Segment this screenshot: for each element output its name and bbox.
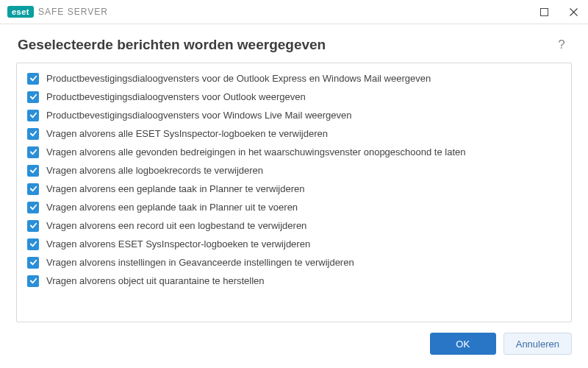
check-icon [29, 185, 37, 193]
list-item-label: Productbevestigingsdialoogvensters voor … [46, 73, 431, 84]
checkbox[interactable] [27, 275, 39, 287]
list-item: Productbevestigingsdialoogvensters voor … [26, 88, 562, 106]
check-icon [29, 111, 37, 119]
list-item-label: Vragen alvorens ESET SysInspector-logboe… [46, 238, 310, 250]
content: Productbevestigingsdialoogvensters voor … [0, 63, 588, 322]
checkbox[interactable] [27, 110, 39, 121]
list-item-label: Vragen alvorens alle logboekrecords te v… [46, 165, 263, 176]
checkbox[interactable] [27, 220, 39, 232]
list-item: Vragen alvorens instellingen in Geavance… [26, 253, 562, 272]
list-item-label: Productbevestigingsdialoogvensters voor … [46, 91, 306, 102]
checkbox[interactable] [27, 202, 39, 213]
list-item: Vragen alvorens een geplande taak in Pla… [26, 198, 562, 216]
maximize-icon [540, 8, 548, 16]
list-item-label: Vragen alvorens alle gevonden bedreiging… [46, 146, 465, 158]
check-icon [29, 240, 37, 248]
help-button[interactable]: ? [553, 36, 570, 54]
check-icon [29, 166, 37, 174]
check-icon [29, 130, 37, 138]
list-item: Productbevestigingsdialoogvensters voor … [26, 69, 562, 88]
close-button[interactable] [559, 0, 588, 24]
header: Geselecteerde berichten worden weergegev… [0, 24, 588, 63]
list-item: Vragen alvorens alle logboekrecords te v… [26, 161, 562, 180]
list-item: Vragen alvorens alle gevonden bedreiging… [26, 143, 562, 161]
list-item: Vragen alvorens ESET SysInspector-logboe… [26, 235, 562, 253]
brand-product: SAFE SERVER [38, 7, 108, 17]
list-item-label: Vragen alvorens een geplande taak in Pla… [46, 202, 298, 213]
list-item-label: Vragen alvorens object uit quarantaine t… [46, 275, 265, 286]
list-item-label: Vragen alvorens instellingen in Geavance… [46, 257, 354, 268]
list-item: Vragen alvorens een record uit een logbe… [26, 216, 562, 235]
checkbox[interactable] [27, 91, 39, 103]
checkbox[interactable] [27, 146, 39, 158]
check-icon [29, 277, 37, 285]
checkbox[interactable] [27, 128, 39, 140]
maximize-button[interactable] [529, 0, 559, 24]
ok-button[interactable]: OK [430, 333, 496, 355]
check-icon [29, 74, 37, 82]
titlebar: eset SAFE SERVER [0, 0, 588, 24]
list-item: Vragen alvorens alle ESET SysInspector-l… [26, 124, 562, 143]
window-controls [529, 0, 588, 24]
brand: eset SAFE SERVER [7, 6, 108, 18]
list-item: Productbevestigingsdialoogvensters voor … [26, 106, 562, 124]
cancel-button[interactable]: Annuleren [503, 333, 572, 355]
checkbox[interactable] [27, 165, 39, 177]
checkbox[interactable] [27, 238, 39, 250]
close-icon [570, 8, 578, 16]
checkbox[interactable] [27, 73, 39, 85]
list-item-label: Vragen alvorens een record uit een logbe… [46, 220, 306, 231]
check-icon [29, 93, 37, 101]
check-icon [29, 148, 37, 156]
help-icon: ? [558, 38, 564, 52]
svg-rect-0 [540, 8, 548, 15]
check-icon [29, 222, 37, 230]
list-item-label: Productbevestigingsdialoogvensters voor … [46, 110, 352, 121]
page-title: Geselecteerde berichten worden weergegev… [18, 37, 326, 53]
brand-badge: eset [7, 6, 34, 18]
footer: OK Annuleren [0, 322, 588, 368]
checkbox[interactable] [27, 257, 39, 269]
list-item-label: Vragen alvorens alle ESET SysInspector-l… [46, 128, 328, 139]
list-item: Vragen alvorens object uit quarantaine t… [26, 272, 562, 290]
options-list[interactable]: Productbevestigingsdialoogvensters voor … [16, 63, 572, 322]
list-item: Vragen alvorens een geplande taak in Pla… [26, 180, 562, 198]
checkbox[interactable] [27, 183, 39, 195]
check-icon [29, 258, 37, 266]
check-icon [29, 203, 37, 211]
list-item-label: Vragen alvorens een geplande taak in Pla… [46, 183, 304, 194]
